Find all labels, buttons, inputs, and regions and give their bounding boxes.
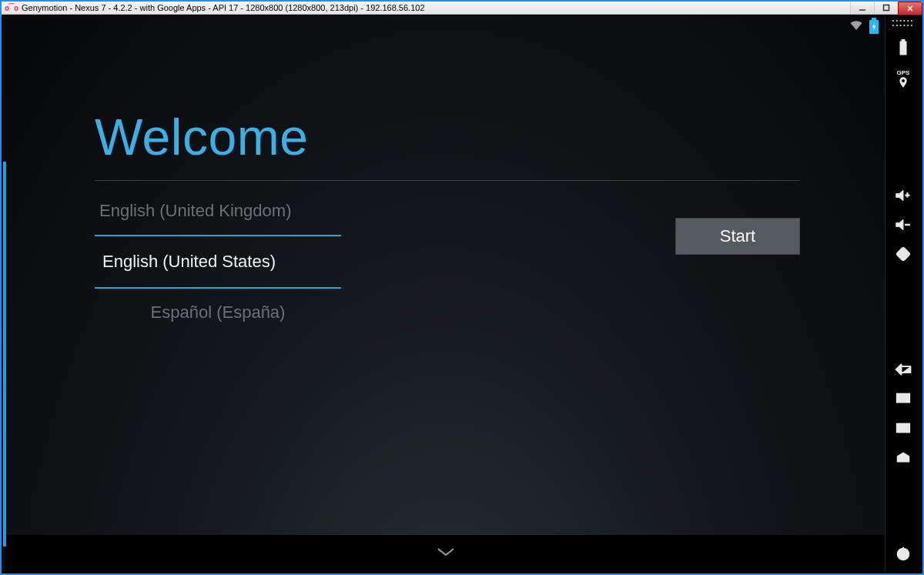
titlebar[interactable]: o͡o Genymotion - Nexus 7 - 4.2.2 - with … <box>2 2 922 15</box>
rotate-button[interactable] <box>888 240 919 268</box>
svg-marker-7 <box>896 190 903 201</box>
language-picker[interactable]: English (United Kingdom) English (United… <box>95 187 341 336</box>
drag-handle-icon[interactable]: •••••••••••• <box>892 18 915 28</box>
minimize-button[interactable] <box>850 2 874 14</box>
volume-up-button[interactable]: + <box>888 182 919 209</box>
window-controls <box>850 2 922 14</box>
android-statusbar <box>849 20 879 34</box>
svg-rect-12 <box>897 394 910 403</box>
welcome-title: Welcome <box>95 108 800 166</box>
svg-marker-4 <box>872 23 876 32</box>
svg-marker-9 <box>896 219 903 230</box>
volume-down-button[interactable] <box>888 211 919 239</box>
svg-rect-5 <box>900 42 906 55</box>
language-option-prev[interactable]: English (United Kingdom) <box>95 187 341 235</box>
wifi-icon <box>849 20 863 34</box>
back-button[interactable] <box>888 356 919 383</box>
svg-rect-11 <box>896 247 910 261</box>
language-option-next[interactable]: Español (España) <box>95 289 341 336</box>
svg-rect-6 <box>902 39 905 42</box>
close-button[interactable] <box>898 2 922 15</box>
gps-button[interactable]: GPS <box>897 63 910 94</box>
language-option-selected[interactable]: English (United States) <box>95 235 341 289</box>
svg-rect-1 <box>884 5 889 11</box>
emulator-screen: Welcome English (United Kingdom) English… <box>6 15 885 572</box>
svg-rect-10 <box>906 224 910 226</box>
app-icon: o͡o <box>5 4 18 12</box>
svg-text:+: + <box>906 191 910 199</box>
svg-marker-16 <box>898 453 909 462</box>
android-navbar[interactable] <box>6 535 885 572</box>
recent-apps-button[interactable] <box>888 385 919 413</box>
menu-button[interactable] <box>888 414 919 442</box>
genymotion-sidebar: •••••••••••• GPS + <box>885 15 921 572</box>
power-button[interactable] <box>888 540 919 567</box>
window-frame: o͡o Genymotion - Nexus 7 - 4.2.2 - with … <box>0 0 924 575</box>
start-button[interactable]: Start <box>675 218 800 255</box>
home-button[interactable] <box>888 443 919 471</box>
setup-wizard: Welcome English (United Kingdom) English… <box>95 108 800 336</box>
gps-label: GPS <box>897 70 910 76</box>
chevron-down-icon[interactable] <box>436 547 456 560</box>
battery-button[interactable] <box>888 34 919 62</box>
divider <box>95 180 800 181</box>
window-title: Genymotion - Nexus 7 - 4.2.2 - with Goog… <box>22 3 424 12</box>
maximize-button[interactable] <box>874 2 898 14</box>
battery-charging-icon <box>869 20 879 34</box>
